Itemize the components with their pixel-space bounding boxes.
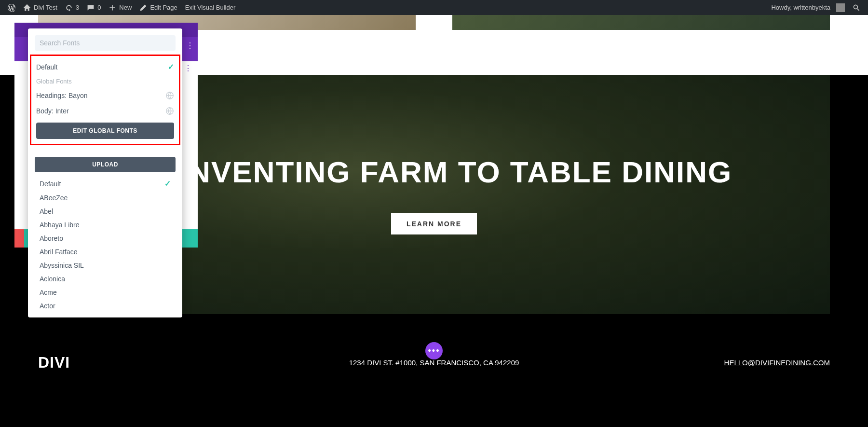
font-option-default-global[interactable]: Default ✓ [36, 59, 174, 75]
comments-menu[interactable]: 0 [83, 0, 105, 15]
home-icon [23, 4, 31, 12]
font-option[interactable]: Abril Fatface [35, 245, 176, 259]
globe-icon [165, 107, 174, 115]
wordpress-icon [8, 4, 15, 12]
check-icon: ✓ [164, 179, 171, 188]
avatar [836, 3, 845, 12]
font-option[interactable]: ABeeZee [35, 191, 176, 205]
top-image-right [452, 15, 830, 30]
new-label: New [119, 4, 132, 11]
font-label: Default [40, 180, 61, 188]
font-option[interactable]: Aboreto [35, 232, 176, 245]
font-label: Abhaya Libre [40, 221, 80, 229]
font-option[interactable]: Actor [35, 299, 176, 313]
wp-logo-menu[interactable] [4, 0, 19, 15]
panel-kebab-icon[interactable]: ⋮ [186, 41, 194, 50]
search-icon [853, 4, 860, 12]
font-label: Abril Fatface [40, 248, 78, 256]
footer-email[interactable]: HELLO@DIVIFINEDINING.COM [724, 358, 830, 367]
font-option[interactable]: Abyssinica SIL [35, 259, 176, 272]
page-content: REINVENTING FARM TO TABLE DINING LEARN M… [0, 15, 868, 427]
font-label: Body: Inter [36, 107, 69, 115]
refresh-icon [65, 4, 73, 12]
plus-icon [108, 4, 116, 12]
learn-more-button[interactable]: LEARN MORE [391, 213, 477, 234]
comments-count: 0 [97, 4, 101, 11]
font-label: Default [36, 63, 57, 71]
updates-menu[interactable]: 3 [61, 0, 83, 15]
exit-builder-label: Exit Visual Builder [185, 4, 236, 11]
exit-builder-menu[interactable]: Exit Visual Builder [181, 0, 240, 15]
edit-page-label: Edit Page [150, 4, 177, 11]
font-label: Aclonica [40, 275, 65, 283]
font-label: ABeeZee [40, 194, 68, 202]
font-option-body[interactable]: Body: Inter [36, 103, 174, 119]
check-icon: ✓ [168, 62, 174, 71]
upload-font-button[interactable]: UPLOAD [35, 157, 176, 172]
font-label: Abel [40, 207, 53, 215]
dots-icon: ••• [428, 346, 440, 356]
font-option-headings[interactable]: Headings: Bayon [36, 88, 174, 103]
wp-admin-bar: Divi Test 3 0 New Edit Page [0, 0, 868, 15]
site-menu[interactable]: Divi Test [19, 0, 61, 15]
updates-count: 3 [76, 4, 79, 11]
comment-icon [87, 4, 95, 12]
edit-global-fonts-button[interactable]: EDIT GLOBAL FONTS [36, 123, 174, 139]
font-option[interactable]: Default ✓ [35, 176, 176, 191]
font-list: Default ✓ ABeeZee Abel Abhaya Libre Abor… [28, 175, 182, 314]
font-option[interactable]: Aclonica [35, 272, 176, 286]
font-label: Acme [40, 289, 57, 296]
footer-address: 1234 DIVI ST. #1000, SAN FRANCISCO, CA 9… [349, 358, 519, 367]
section-kebab-icon[interactable]: ⋮ [184, 64, 192, 73]
font-label: Headings: Bayon [36, 92, 88, 99]
global-fonts-highlight: Default ✓ Global Fonts Headings: Bayon B… [30, 55, 180, 145]
global-fonts-label: Global Fonts [36, 75, 174, 88]
cancel-button[interactable] [14, 229, 24, 248]
divi-fab-button[interactable]: ••• [425, 342, 443, 359]
new-menu[interactable]: New [105, 0, 136, 15]
font-option[interactable]: Abel [35, 205, 176, 218]
site-name: Divi Test [34, 4, 57, 11]
font-dropdown: Default ✓ Global Fonts Headings: Bayon B… [28, 28, 182, 317]
admin-bar-left: Divi Test 3 0 New Edit Page [4, 0, 239, 15]
hero-title: REINVENTING FARM TO TABLE DINING [136, 155, 732, 189]
edit-page-menu[interactable]: Edit Page [136, 0, 181, 15]
search-toggle[interactable] [849, 0, 864, 15]
pencil-icon [139, 4, 147, 12]
greeting-text: Howdy, writtenbyekta [771, 4, 830, 11]
font-search-input[interactable] [35, 35, 176, 51]
footer-logo: DIVI [38, 354, 70, 372]
font-label: Abyssinica SIL [40, 262, 84, 269]
admin-bar-right: Howdy, writtenbyekta [767, 0, 864, 15]
globe-icon [165, 91, 174, 100]
account-menu[interactable]: Howdy, writtenbyekta [767, 0, 849, 15]
font-label: Actor [40, 302, 55, 310]
footer: DIVI 1234 DIVI ST. #1000, SAN FRANCISCO,… [0, 314, 868, 411]
font-option[interactable]: Abhaya Libre [35, 218, 176, 232]
font-option[interactable]: Acme [35, 286, 176, 299]
font-label: Aboreto [40, 234, 63, 242]
